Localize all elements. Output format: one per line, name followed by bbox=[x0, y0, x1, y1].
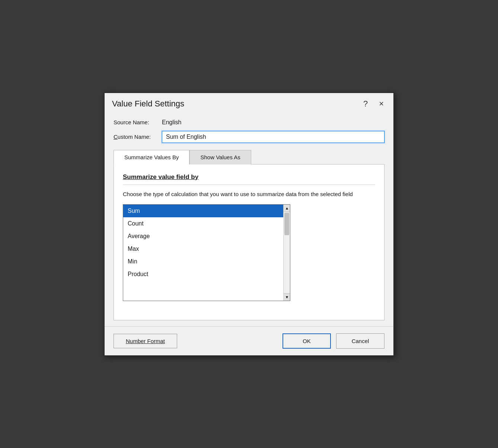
list-item-min[interactable]: Min bbox=[123, 255, 283, 268]
list-item-product[interactable]: Product bbox=[123, 268, 283, 281]
scrollbar-thumb[interactable] bbox=[284, 213, 289, 235]
dialog-body: Source Name: English Custom Name: Summar… bbox=[105, 113, 393, 320]
source-name-value: English bbox=[162, 119, 181, 126]
title-bar-right: ? × bbox=[361, 99, 386, 109]
custom-name-row: Custom Name: bbox=[114, 131, 384, 143]
scrollbar-track-empty bbox=[284, 236, 290, 293]
description-text: Choose the type of calculation that you … bbox=[123, 190, 375, 199]
list-item-max[interactable]: Max bbox=[123, 243, 283, 255]
tab-show-values-as[interactable]: Show Values As bbox=[189, 150, 251, 164]
number-format-button[interactable]: Number Format bbox=[114, 334, 177, 348]
source-name-row: Source Name: English bbox=[114, 119, 384, 126]
help-button[interactable]: ? bbox=[361, 99, 370, 109]
list-item-sum[interactable]: Sum bbox=[123, 205, 283, 217]
dialog-title: Value Field Settings bbox=[112, 99, 184, 109]
footer-right: OK Cancel bbox=[282, 333, 384, 349]
dialog-footer: Number Format OK Cancel bbox=[105, 326, 393, 355]
cancel-button[interactable]: Cancel bbox=[336, 333, 384, 349]
list-items-area: Sum Count Average Max bbox=[123, 205, 283, 301]
ok-button[interactable]: OK bbox=[282, 333, 331, 349]
source-name-label: Source Name: bbox=[114, 119, 162, 125]
tab-summarize-values-by[interactable]: Summarize Values By bbox=[114, 150, 189, 164]
scrollbar-up-button[interactable]: ▲ bbox=[284, 205, 290, 212]
custom-name-label: Custom Name: bbox=[114, 134, 162, 140]
title-bar: Value Field Settings ? × bbox=[105, 93, 393, 113]
tab-content-summarize: Summarize value field by Choose the type… bbox=[114, 164, 384, 320]
section-divider bbox=[123, 185, 375, 185]
section-heading: Summarize value field by bbox=[123, 173, 375, 181]
calculation-listbox[interactable]: Sum Count Average Max bbox=[123, 204, 290, 301]
scrollbar-down-button[interactable]: ▼ bbox=[284, 293, 290, 301]
scrollbar[interactable]: ▲ ▼ bbox=[283, 205, 290, 301]
tabs-container: Summarize Values By Show Values As Summa… bbox=[114, 150, 384, 320]
number-format-underline: N bbox=[126, 338, 130, 344]
footer-left: Number Format bbox=[114, 334, 278, 348]
tab-strip: Summarize Values By Show Values As bbox=[114, 150, 384, 164]
list-item-average[interactable]: Average bbox=[123, 230, 283, 243]
custom-name-input[interactable] bbox=[162, 131, 384, 143]
title-bar-left: Value Field Settings bbox=[112, 99, 184, 109]
close-button[interactable]: × bbox=[377, 99, 386, 109]
value-field-settings-dialog: Value Field Settings ? × Source Name: En… bbox=[104, 92, 394, 356]
list-item-count[interactable]: Count bbox=[123, 217, 283, 230]
